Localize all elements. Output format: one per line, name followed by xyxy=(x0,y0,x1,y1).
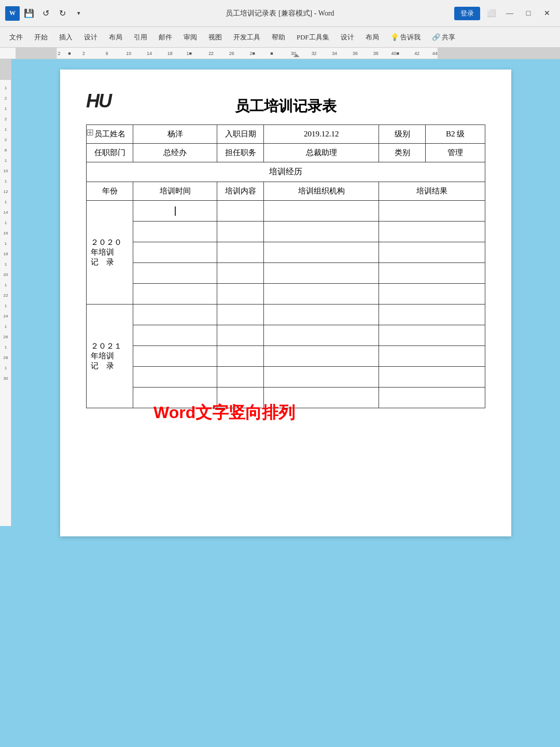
val-join-date: 2019.12.12 xyxy=(264,125,379,144)
training-result-2020-5[interactable] xyxy=(379,284,485,305)
minimize-button[interactable]: — xyxy=(502,6,517,21)
training-time-2021-4[interactable] xyxy=(133,367,217,388)
training-org-2020-5[interactable] xyxy=(264,284,379,305)
col-header-result: 培训结果 xyxy=(379,182,485,201)
vertical-ruler: 1 2 1 2 1 2 8 1 10 1 12 1 14 1 16 1 18 1… xyxy=(0,59,11,526)
table-handle[interactable]: ⊞ xyxy=(86,127,94,138)
training-result-2020-2[interactable] xyxy=(379,222,485,242)
training-row-2021-1: ２０２１年培训记 录 xyxy=(87,305,485,325)
menu-design2[interactable]: 设计 xyxy=(335,30,359,45)
training-content-2020-2[interactable] xyxy=(217,222,264,242)
svg-text:1: 1 xyxy=(4,86,7,90)
menu-share[interactable]: 🔗 共享 xyxy=(427,30,460,45)
svg-text:1: 1 xyxy=(4,366,7,370)
training-org-2021-3[interactable] xyxy=(264,346,379,367)
training-result-2021-3[interactable] xyxy=(379,346,485,367)
training-time-2021-2[interactable] xyxy=(133,325,217,346)
menu-help[interactable]: 帮助 xyxy=(267,30,290,45)
svg-text:18: 18 xyxy=(3,252,8,256)
training-org-2020-2[interactable] xyxy=(264,222,379,242)
label-position: 担任职务 xyxy=(217,144,264,162)
svg-rect-1 xyxy=(16,48,57,59)
training-time-2021-1[interactable] xyxy=(133,305,217,325)
menu-tellme[interactable]: 💡 告诉我 xyxy=(385,30,426,45)
save-button[interactable]: 💾 xyxy=(22,6,36,21)
label-category: 类别 xyxy=(379,144,426,162)
svg-text:1: 1 xyxy=(4,127,7,132)
svg-text:1: 1 xyxy=(4,106,7,111)
menu-view[interactable]: 视图 xyxy=(203,30,227,45)
svg-text:24: 24 xyxy=(3,314,8,319)
label-dept: 任职部门 xyxy=(87,144,133,162)
training-content-2021-2[interactable] xyxy=(217,325,264,346)
training-content-2020-5[interactable] xyxy=(217,284,264,305)
training-result-2021-5[interactable] xyxy=(379,388,485,408)
svg-text:2: 2 xyxy=(4,96,7,101)
svg-text:2: 2 xyxy=(82,50,85,56)
menu-layout2[interactable]: 布局 xyxy=(360,30,384,45)
ribbon-toggle-button[interactable]: ⬜ xyxy=(483,6,499,21)
training-content-2021-3[interactable] xyxy=(217,346,264,367)
menu-insert[interactable]: 插入 xyxy=(54,30,78,45)
customize-button[interactable]: ▾ xyxy=(72,6,86,21)
training-time-2021-3[interactable] xyxy=(133,346,217,367)
menu-home[interactable]: 开始 xyxy=(29,30,53,45)
training-row-2021-4 xyxy=(87,367,485,388)
menu-developer[interactable]: 开发工具 xyxy=(228,30,265,45)
svg-text:1: 1 xyxy=(4,158,7,163)
training-content-2021-4[interactable] xyxy=(217,367,264,388)
login-button[interactable]: 登录 xyxy=(454,7,480,20)
training-content-2020-4[interactable] xyxy=(217,263,264,284)
training-content-2020-1[interactable] xyxy=(217,201,264,222)
training-result-2021-4[interactable] xyxy=(379,367,485,388)
info-row-2: 任职部门 总经办 担任职务 总裁助理 类别 管理 xyxy=(87,144,485,162)
training-org-2021-4[interactable] xyxy=(264,367,379,388)
col-header-content: 培训内容 xyxy=(217,182,264,201)
training-time-2020-4[interactable] xyxy=(133,263,217,284)
undo-button[interactable]: ↺ xyxy=(38,6,53,21)
svg-text:1: 1 xyxy=(4,200,7,204)
svg-text:1: 1 xyxy=(4,324,7,329)
training-result-2020-4[interactable] xyxy=(379,263,485,284)
menu-mailings[interactable]: 邮件 xyxy=(153,30,177,45)
training-result-2020-1[interactable] xyxy=(379,201,485,222)
menu-layout[interactable]: 布局 xyxy=(104,30,128,45)
training-content-2021-1[interactable] xyxy=(217,305,264,325)
menu-bar: 文件 开始 插入 设计 布局 引用 邮件 审阅 视图 开发工具 帮助 PDF工具… xyxy=(0,27,560,48)
training-result-2021-2[interactable] xyxy=(379,325,485,346)
training-result-2020-3[interactable] xyxy=(379,242,485,263)
svg-text:1: 1 xyxy=(4,262,7,267)
training-row-2020-2 xyxy=(87,222,485,242)
close-button[interactable]: ✕ xyxy=(539,6,555,21)
redo-button[interactable]: ↻ xyxy=(55,6,69,21)
training-row-2021-3 xyxy=(87,346,485,367)
training-org-2021-2[interactable] xyxy=(264,325,379,346)
document-page: HU ⊞ 员工培训记录表 员工姓名 杨洋 入职日期 2019.12.12 级别 … xyxy=(60,70,511,536)
company-logo: HU xyxy=(86,90,111,112)
svg-text:14: 14 xyxy=(3,210,8,215)
menu-design[interactable]: 设计 xyxy=(79,30,103,45)
col-header-org: 培训组织机构 xyxy=(264,182,379,201)
menu-review[interactable]: 审阅 xyxy=(178,30,202,45)
training-row-2020-3 xyxy=(87,242,485,263)
training-time-2020-2[interactable] xyxy=(133,222,217,242)
title-bar: W 💾 ↺ ↻ ▾ 员工培训记录表 [兼容模式] - Word 登录 ⬜ — □… xyxy=(0,0,560,27)
menu-pdf[interactable]: PDF工具集 xyxy=(291,30,334,45)
training-content-2020-3[interactable] xyxy=(217,242,264,263)
training-org-2020-4[interactable] xyxy=(264,263,379,284)
svg-text:22: 22 xyxy=(3,293,8,298)
training-row-2020-5 xyxy=(87,284,485,305)
training-time-2020-3[interactable] xyxy=(133,242,217,263)
year-2020: ２０２０年培训记 录 xyxy=(87,201,133,305)
training-org-2020-1[interactable] xyxy=(264,201,379,222)
training-org-2020-3[interactable] xyxy=(264,242,379,263)
window-title: 员工培训记录表 [兼容模式] - Word xyxy=(226,9,334,18)
maximize-button[interactable]: □ xyxy=(521,6,536,21)
menu-file[interactable]: 文件 xyxy=(4,30,28,45)
training-time-2020-5[interactable] xyxy=(133,284,217,305)
menu-references[interactable]: 引用 xyxy=(129,30,152,45)
training-time-2020-1[interactable] xyxy=(133,201,217,222)
training-result-2021-1[interactable] xyxy=(379,305,485,325)
training-org-2021-1[interactable] xyxy=(264,305,379,325)
svg-text:6: 6 xyxy=(106,50,108,56)
